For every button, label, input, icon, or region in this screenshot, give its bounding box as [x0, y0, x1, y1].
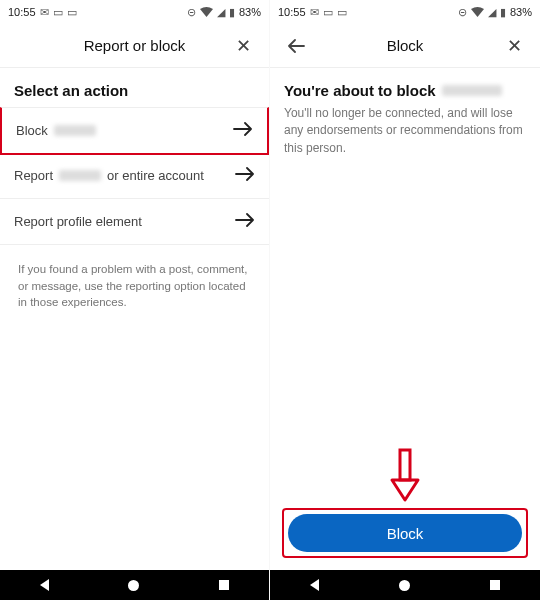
signal-icon: ◢	[217, 6, 225, 19]
nav-back-button[interactable]	[40, 579, 49, 591]
action-label-text: Block	[16, 123, 48, 138]
signal-icon: ◢	[488, 6, 496, 19]
nav-home-button[interactable]	[128, 580, 139, 591]
status-bar: 10:55 ✉ ▭ ▭ ⊝ ◢ ▮ 83%	[270, 0, 540, 24]
status-time: 10:55	[278, 6, 306, 18]
info-hint: If you found a problem with a post, comm…	[0, 245, 269, 327]
block-button-label: Block	[387, 525, 424, 542]
action-report-profile-element[interactable]: Report profile element	[0, 199, 269, 245]
redacted-name	[54, 125, 96, 136]
block-heading: You're about to block	[270, 68, 540, 105]
page-title: Report or block	[40, 37, 229, 54]
page-title: Block	[310, 37, 500, 54]
section-heading: Select an action	[0, 68, 269, 109]
android-nav-bar	[0, 570, 269, 600]
nav-recents-button[interactable]	[219, 580, 229, 590]
block-heading-text: You're about to block	[284, 82, 436, 99]
status-battery: 83%	[239, 6, 261, 18]
arrow-right-icon	[235, 213, 255, 230]
redacted-name	[442, 85, 502, 96]
footer: Block	[270, 500, 540, 566]
gmail-icon: ✉	[40, 6, 49, 19]
gmail-icon: ✉	[310, 6, 319, 19]
annotation-arrow-down	[388, 448, 422, 504]
svg-rect-0	[400, 450, 410, 480]
status-bar: 10:55 ✉ ▭ ▭ ⊝ ◢ ▮ 83%	[0, 0, 269, 24]
app-icon: ▭	[337, 6, 347, 19]
nav-recents-button[interactable]	[490, 580, 500, 590]
dnd-icon: ⊝	[458, 6, 467, 19]
screen-report-or-block: 10:55 ✉ ▭ ▭ ⊝ ◢ ▮ 83% Report or block ✕ …	[0, 0, 270, 600]
arrow-right-icon	[233, 122, 253, 139]
content-area: Select an action Block Report or entire …	[0, 68, 269, 600]
block-button[interactable]: Block	[288, 514, 522, 552]
back-icon[interactable]	[282, 39, 310, 53]
screen-block-confirm: 10:55 ✉ ▭ ▭ ⊝ ◢ ▮ 83% Block ✕	[270, 0, 540, 600]
action-label-text: Report profile element	[14, 214, 142, 229]
action-report-account[interactable]: Report or entire account	[0, 153, 269, 199]
action-label-text: Report	[14, 168, 53, 183]
app-icon: ▭	[67, 6, 77, 19]
messages-icon: ▭	[323, 6, 333, 19]
dnd-icon: ⊝	[187, 6, 196, 19]
block-description: You'll no longer be connected, and will …	[270, 105, 540, 157]
battery-icon: ▮	[500, 6, 506, 19]
close-icon[interactable]: ✕	[500, 35, 528, 57]
redacted-name	[59, 170, 101, 181]
status-battery: 83%	[510, 6, 532, 18]
arrow-right-icon	[235, 167, 255, 184]
status-time: 10:55	[8, 6, 36, 18]
app-bar: Block ✕	[270, 24, 540, 68]
android-nav-bar	[270, 570, 540, 600]
action-label-suffix: or entire account	[107, 168, 204, 183]
messages-icon: ▭	[53, 6, 63, 19]
wifi-icon	[471, 7, 484, 17]
app-bar: Report or block ✕	[0, 24, 269, 68]
action-block-user[interactable]: Block	[0, 107, 269, 155]
battery-icon: ▮	[229, 6, 235, 19]
close-icon[interactable]: ✕	[229, 35, 257, 57]
nav-home-button[interactable]	[399, 580, 410, 591]
annotation-highlight: Block	[282, 508, 528, 558]
wifi-icon	[200, 7, 213, 17]
nav-back-button[interactable]	[310, 579, 319, 591]
